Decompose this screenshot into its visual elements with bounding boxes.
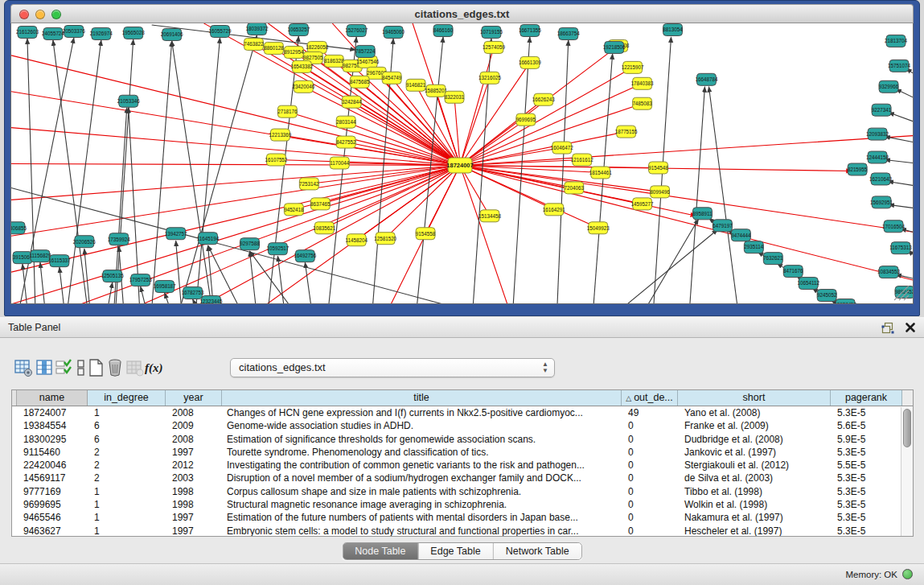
graph-edge[interactable] bbox=[888, 181, 913, 185]
close-window-icon[interactable] bbox=[19, 10, 29, 19]
table-row[interactable]: 1938455462009Genome-wide association stu… bbox=[12, 419, 913, 432]
graph-node[interactable]: 16115337 bbox=[48, 255, 71, 267]
graph-node[interactable]: 21612603 bbox=[16, 26, 39, 38]
table-row[interactable]: 969969511998Structural magnetic resonanc… bbox=[12, 498, 913, 511]
tab-node-table[interactable]: Node Table bbox=[343, 543, 417, 559]
graph-node[interactable]: 16107552 bbox=[265, 154, 287, 166]
graph-node[interactable]: 9154558 bbox=[416, 228, 436, 240]
table-row[interactable]: 1830029562008Estimation of significance … bbox=[12, 433, 913, 446]
graph-node[interactable]: 15134458 bbox=[478, 210, 501, 222]
zoom-window-icon[interactable] bbox=[51, 10, 61, 19]
table-row[interactable]: 977716911998Corpus callosum shape and si… bbox=[12, 485, 913, 498]
graph-node[interactable]: 10719155 bbox=[480, 26, 503, 38]
graph-node[interactable]: 16782753 bbox=[182, 287, 204, 299]
graph-edge[interactable] bbox=[622, 229, 718, 303]
graph-edge[interactable] bbox=[460, 104, 643, 166]
graph-node[interactable]: 11645194 bbox=[197, 233, 220, 245]
graph-node[interactable]: 7485083 bbox=[632, 97, 652, 109]
graph-edge[interactable] bbox=[460, 136, 913, 166]
graph-edge[interactable] bbox=[324, 165, 460, 228]
graph-node[interactable]: 16164291 bbox=[543, 204, 565, 216]
graph-node[interactable]: 16210643 bbox=[869, 173, 892, 185]
graph-node[interactable]: 8099496 bbox=[650, 186, 670, 198]
graph-edge[interactable] bbox=[196, 38, 220, 303]
graph-node[interactable]: 8454749 bbox=[382, 72, 402, 84]
graph-node[interactable]: 8215955 bbox=[848, 163, 868, 175]
graph-node[interactable]: 12213369 bbox=[269, 129, 291, 141]
graph-node[interactable]: 18724007 bbox=[446, 158, 473, 173]
graph-node[interactable]: 18663754 bbox=[557, 27, 580, 39]
graph-node[interactable]: 12581520 bbox=[374, 233, 396, 245]
graph-node[interactable]: 24055724 bbox=[42, 27, 64, 39]
graph-node[interactable]: 9452418 bbox=[284, 204, 304, 216]
graph-node[interactable]: 9329966 bbox=[879, 80, 899, 93]
graph-node[interactable]: 25306855 bbox=[11, 222, 27, 234]
graph-node[interactable]: 23420046 bbox=[292, 80, 314, 93]
network-canvas[interactable]: 7463822886012889129541822605898275051654… bbox=[10, 23, 914, 304]
graph-node[interactable]: 3242844 bbox=[342, 96, 362, 108]
graph-node[interactable]: 16046472 bbox=[551, 142, 573, 154]
graph-node[interactable]: 1170044 bbox=[330, 157, 349, 169]
graph-node[interactable]: 11675313 bbox=[889, 242, 912, 254]
column-header-year[interactable]: year bbox=[166, 390, 222, 406]
graph-node[interactable]: 8475685 bbox=[350, 76, 370, 88]
memory-status-indicator[interactable] bbox=[902, 569, 913, 579]
graph-node[interactable]: 10835621 bbox=[313, 222, 335, 234]
graph-node[interactable]: 20691406 bbox=[161, 28, 183, 40]
graph-edge[interactable] bbox=[889, 113, 913, 122]
column-header-pagerank[interactable]: pagerank bbox=[831, 390, 902, 406]
graph-edge[interactable] bbox=[460, 165, 913, 232]
graph-node[interactable]: 8637465 bbox=[310, 198, 331, 210]
graph-edge[interactable] bbox=[513, 37, 530, 303]
graph-node[interactable]: 2935114 bbox=[744, 241, 763, 253]
graph-node[interactable]: 9154548 bbox=[648, 162, 668, 174]
table-row[interactable]: 946554611997Estimation of the future num… bbox=[12, 511, 913, 524]
graph-edge[interactable] bbox=[268, 36, 298, 303]
table-row[interactable]: 2242004622012Investigating the contribut… bbox=[12, 459, 913, 472]
graph-node[interactable]: 8427552 bbox=[336, 136, 356, 148]
graph-node[interactable]: 2803144 bbox=[336, 116, 356, 128]
network-window[interactable]: citations_edges.txt 74638228860128891295… bbox=[4, 0, 920, 316]
graph-node[interactable]: 8322031 bbox=[445, 91, 465, 103]
graph-edge[interactable] bbox=[889, 204, 913, 208]
tab-network-table[interactable]: Network Table bbox=[493, 543, 581, 559]
graph-node[interactable]: 12093832 bbox=[866, 128, 889, 140]
table-vertical-scrollbar[interactable] bbox=[901, 407, 913, 537]
graph-edge[interactable] bbox=[40, 262, 45, 303]
graph-node[interactable]: 16661309 bbox=[519, 56, 541, 68]
table-row[interactable]: 946362711997Embryonic stem cells: a mode… bbox=[12, 525, 913, 537]
graph-node[interactable]: 15751074 bbox=[888, 60, 910, 72]
graph-node[interactable]: 9245052 bbox=[817, 290, 837, 302]
function-builder-icon[interactable]: f(x) bbox=[143, 357, 164, 378]
tab-edge-table[interactable]: Edge Table bbox=[417, 543, 492, 559]
graph-node[interactable]: 19565028 bbox=[122, 27, 145, 39]
graph-edge[interactable] bbox=[708, 87, 737, 303]
graph-node[interactable]: 8471676 bbox=[783, 266, 803, 278]
graph-node[interactable]: 15049923 bbox=[587, 222, 610, 234]
graph-node[interactable]: 18775155 bbox=[615, 126, 638, 138]
column-header-title[interactable]: title bbox=[222, 390, 622, 406]
graph-node[interactable]: 13216025 bbox=[478, 72, 501, 84]
graph-node[interactable]: 15692951 bbox=[870, 196, 893, 208]
graph-node[interactable]: 9699695 bbox=[516, 113, 536, 126]
graph-edge[interactable] bbox=[454, 97, 460, 166]
new-table-icon[interactable] bbox=[85, 357, 106, 378]
graph-node[interactable]: 9474444 bbox=[731, 229, 751, 241]
table-column-icon[interactable] bbox=[34, 357, 55, 378]
graph-edge[interactable] bbox=[460, 47, 494, 166]
graph-edge[interactable] bbox=[460, 165, 509, 303]
graph-node[interactable]: 6479197 bbox=[713, 220, 733, 232]
graph-node[interactable]: 10653257 bbox=[287, 23, 310, 35]
graph-edge[interactable] bbox=[557, 40, 569, 303]
column-header-in_degree[interactable]: in_degree bbox=[88, 390, 166, 406]
graph-node[interactable]: 8813054 bbox=[663, 23, 683, 35]
graph-edge[interactable] bbox=[23, 264, 27, 303]
import-table-icon[interactable] bbox=[124, 357, 145, 378]
column-header-short[interactable]: short bbox=[678, 390, 831, 406]
graph-node[interactable]: 10654112 bbox=[798, 278, 820, 290]
graph-node[interactable]: 13942757 bbox=[165, 228, 187, 240]
graph-node[interactable]: 8186328 bbox=[324, 55, 344, 67]
graph-node[interactable]: 16648784 bbox=[696, 73, 718, 85]
graph-edge[interactable] bbox=[165, 293, 170, 303]
graph-node[interactable]: 10592517 bbox=[266, 243, 289, 255]
